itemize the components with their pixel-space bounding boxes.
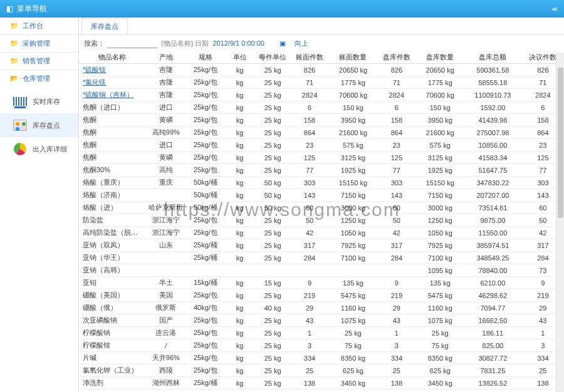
cell-punit: 25 kg [256, 164, 290, 177]
table-row[interactable]: 硼酸（俄）俄罗斯40kg/包kg40 kg291160 kg291160 kg7… [79, 302, 564, 314]
data-table: 物品名称 产地 规格 单位 每件单位 账面件数 账面数量 盘库件数 盘库数量 盘… [79, 51, 564, 392]
cell-pcs2: 43 [377, 314, 416, 327]
table-row[interactable]: 亚钠（高韩）1095 kg78840.0073 [79, 264, 564, 277]
cell-qty2: 5475 kg [416, 289, 464, 302]
table-row[interactable]: 焦酮黄磷25kg/包kg25 kg1253125 kg1253125 kg415… [79, 152, 564, 164]
table-row[interactable]: 柠檬酸钠连云港25kg/包kg25 kg125 kg125 kg186.111 [79, 327, 564, 339]
folder-open-icon: 📂 [10, 75, 19, 83]
cell-spec: 15kg/桶 [187, 277, 224, 289]
sidebar-item-stock-check[interactable]: 库存盘点 [0, 113, 78, 137]
item-name: 氯氧化钾（工业） [83, 366, 138, 374]
sidebar-section-purchase[interactable]: 📁 采购管理 [0, 35, 78, 53]
table-row[interactable]: *硫酸铵吉隆25kg/包kg25 kg82620650 kg82620650 k… [79, 64, 564, 76]
table-row[interactable]: 焦酮（进口）进口25kg/包kg25 kg6150 kg6150 kg1592.… [79, 101, 564, 114]
vertical-scrollbar[interactable] [556, 53, 564, 392]
cell-unit: kg [224, 327, 255, 339]
table-row[interactable]: 次亚磷酸钠国产25kg/包kg25 kg431075 kg431075 kg16… [79, 314, 564, 327]
sidebar-section-workbench[interactable]: 📁 工作台 [0, 18, 78, 35]
sidebar-label: 仓库管理 [23, 74, 50, 83]
tab-stock-check[interactable]: 库存盘点 [81, 18, 128, 34]
cell-unit: kg [224, 164, 255, 177]
date-value[interactable]: 2012/9/1 0:00:00 [212, 39, 264, 47]
scroll-thumb[interactable] [558, 68, 563, 218]
table-row[interactable]: *硫酸铜（吉林）吉隆25kg/包kg25 kg282470600 kg28247… [79, 89, 564, 101]
cell-pcs2: 23 [377, 139, 416, 152]
cell-unit: kg [224, 289, 255, 302]
cell-pcs2: 334 [377, 352, 416, 364]
cell-qty: 7100 kg [330, 252, 377, 264]
cell-punit: 25 kg [256, 352, 290, 364]
sidebar-section-sales[interactable]: 📁 销售管理 [0, 53, 78, 70]
cell-qty: 70600 kg [330, 89, 377, 101]
item-link[interactable]: *氯化镁 [83, 78, 106, 86]
item-name: 亚钠（高韩） [83, 266, 124, 274]
table-row[interactable]: 烙酸（济南）50kg/桶kg50 kg1437150 kg1437150 kg2… [79, 189, 564, 202]
cell-unit: kg [224, 352, 255, 364]
search-input[interactable] [107, 38, 157, 48]
sidebar-item-realtime-stock[interactable]: 实时库存 [0, 90, 78, 113]
table-row[interactable]: 亚钠（双凤）山东25kg/桶kg25 kg3177925 kg3177925 k… [79, 239, 564, 252]
collapse-icon[interactable]: ≪ [551, 6, 558, 13]
table-row[interactable]: 焦酮高纯99%25kg/包kg25 kg86421600 kg86421600 … [79, 126, 564, 139]
col-amt[interactable]: 盘库总额 [464, 51, 522, 64]
table-row[interactable]: 亚钼半土15kg/桶kg15 kg9135 kg9135 kg6210.009 [79, 277, 564, 289]
cell-amt: 825.00 [464, 339, 522, 352]
table-row[interactable]: 防染盐浙江海宁25kg/包kg25 kg501250 kg501250 kg98… [79, 214, 564, 227]
cell-qty: 575 kg [330, 139, 377, 152]
sidebar-label: 销售管理 [23, 56, 50, 66]
table-row[interactable]: 焦酮30%高纯25kg/包kg25 kg771925 kg771925 kg51… [79, 164, 564, 177]
data-table-wrap[interactable]: 物品名称 产地 规格 单位 每件单位 账面件数 账面数量 盘库件数 盘库数量 盘… [79, 51, 564, 392]
cell-punit: 25 kg [256, 152, 290, 164]
cell-punit: 25 kg [256, 64, 290, 76]
item-link[interactable]: *硫酸铜（吉林） [83, 91, 133, 98]
cell-spec: 25kg/桶 [187, 252, 224, 264]
cell-amt: 13826.52 [464, 377, 522, 389]
cell-unit: kg [224, 339, 255, 352]
col-name[interactable]: 物品名称 [79, 51, 145, 64]
item-name: 柠檬酸铵 [83, 341, 110, 349]
cell-pcs2: 143 [377, 189, 416, 202]
cell-origin: 高纯 [145, 164, 187, 177]
table-row[interactable]: 片碱天井96%25kg/包kg25 kg3348350 kg3348350 kg… [79, 352, 564, 364]
cell-pcs: 3 [290, 339, 329, 352]
cell-origin: 吉隆 [145, 76, 187, 89]
table-row[interactable]: 焦酮黄磷25kg/包kg25 kg1583950 kg1583950 kg414… [79, 114, 564, 126]
col-pcs2[interactable]: 盘库件数 [377, 51, 416, 64]
table-row[interactable]: 烙酸（进）哈萨克斯坦50kg/桶kg50 kg603000 kg603000 k… [79, 202, 564, 214]
table-row[interactable]: *酒石酸钾钠杭州25kg/包kg25 kg2406000 kg2406000 k… [79, 389, 564, 393]
cell-qty: 7150 kg [330, 189, 377, 202]
cell-punit: 25 kg [256, 327, 290, 339]
table-row[interactable]: 烙酸（重庆）重庆50kg/桶kg50 kg30315150 kg30315150… [79, 177, 564, 189]
table-row[interactable]: 焦酮进口25kg/包kg25 kg23575 kg23575 kg10856.0… [79, 139, 564, 152]
table-row[interactable]: 氯氧化钾（工业）西陵25kg/包kg25 kg25625 kg25625 kg7… [79, 364, 564, 377]
table-row[interactable]: 硼酸（美国）美国25kg/包kg25 kg2195475 kg2195475 k… [79, 289, 564, 302]
item-link[interactable]: *硫酸铵 [83, 66, 106, 73]
table-row[interactable]: *氯化镁吉隆25kg/包kg25 kg711775 kg711775 kg585… [79, 76, 564, 89]
cell-unit: kg [224, 302, 255, 314]
cell-origin [145, 252, 187, 264]
col-qty2[interactable]: 盘库数量 [416, 51, 464, 64]
col-pcs[interactable]: 账面件数 [290, 51, 329, 64]
cell-origin: 浙江海宁 [145, 227, 187, 239]
table-row[interactable]: 亚钠（华王）25kg/桶kg25 kg2847100 kg2847100 kg3… [79, 252, 564, 264]
table-row[interactable]: 高纯防染盐（脱脂粉）浙江海宁25kg/包kg25 kg421050 kg4210… [79, 227, 564, 239]
cell-unit: kg [224, 152, 255, 164]
sidebar-item-inout-detail[interactable]: 出入库详细 [0, 137, 78, 161]
cell-pcs: 284 [290, 252, 329, 264]
table-row[interactable]: 净洗剂湖州西林25kg/桶kg25 kg1383450 kg1383450 kg… [79, 377, 564, 389]
cell-pcs: 9 [290, 277, 329, 289]
up-button[interactable]: 向上 [295, 39, 308, 48]
cell-pcs2: 29 [377, 302, 416, 314]
cell-spec: 40kg/包 [187, 302, 224, 314]
cell-pcs2: 60 [377, 202, 416, 214]
cell-pcs: 29 [290, 302, 329, 314]
col-origin[interactable]: 产地 [145, 51, 187, 64]
col-unit[interactable]: 单位 [224, 51, 255, 64]
table-row[interactable]: 柠檬酸铵/25kg/包kg25 kg375 kg375 kg825.003 [79, 339, 564, 352]
cell-amt: 10856.00 [464, 139, 522, 152]
col-spec[interactable]: 规格 [187, 51, 224, 64]
cell-spec: 25kg/包 [187, 227, 224, 239]
sidebar-section-warehouse[interactable]: 📂 仓库管理 [0, 70, 78, 87]
col-punit[interactable]: 每件单位 [256, 51, 290, 64]
col-qty[interactable]: 账面数量 [330, 51, 377, 64]
